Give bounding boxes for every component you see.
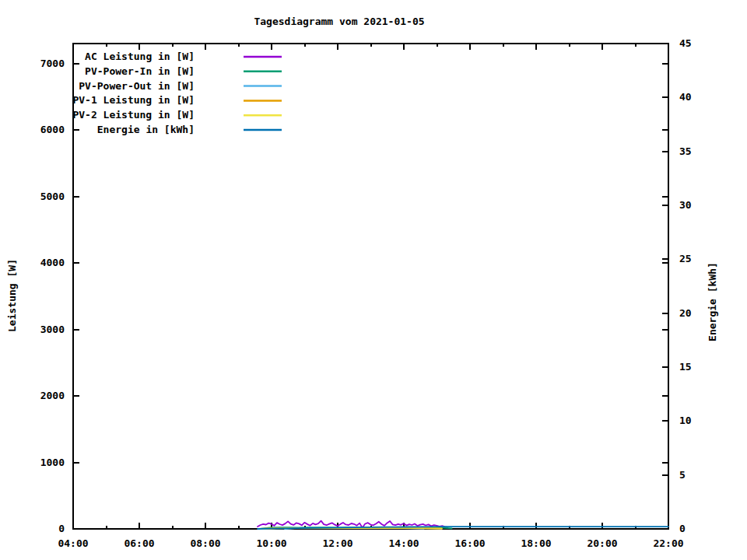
y-right-tick-label: 10 — [679, 415, 692, 426]
chart: Tagesdiagramm vom 2021-01-05 Leistung [W… — [0, 0, 747, 560]
x-tick-label: 10:00 — [256, 537, 286, 549]
y-right-tick-label: 5 — [679, 469, 686, 481]
y-left-tick-label: 3000 — [40, 324, 65, 335]
y-left-tick-label: 2000 — [40, 390, 65, 401]
x-tick-label: 08:00 — [190, 537, 220, 549]
y-right-tick-label: 15 — [679, 361, 692, 373]
plot-canvas: 04:0006:0008:0010:0012:0014:0016:0018:00… — [0, 0, 747, 560]
x-tick-label: 16:00 — [454, 537, 485, 549]
x-tick-label: 14:00 — [388, 537, 419, 549]
y-left-tick-label: 6000 — [40, 124, 65, 135]
legend-item-label: PV-2 Leistung in [W] — [72, 109, 195, 121]
legend-item-label: PV-Power-Out in [W] — [79, 80, 195, 92]
y-right-tick-label: 0 — [679, 523, 686, 534]
y-right-tick-label: 40 — [679, 91, 692, 103]
y-right-tick-label: 20 — [679, 307, 692, 319]
x-tick-label: 20:00 — [587, 537, 617, 549]
x-tick-label: 18:00 — [521, 537, 551, 549]
legend-item-label: PV-1 Leistung in [W] — [72, 94, 195, 106]
y-left-tick-label: 1000 — [40, 457, 65, 468]
y-right-tick-label: 45 — [679, 37, 692, 49]
y-right-tick-label: 30 — [679, 199, 692, 211]
y-left-tick-label: 7000 — [40, 58, 65, 69]
y-left-tick-label: 0 — [58, 523, 65, 534]
y-right-tick-label: 25 — [679, 253, 692, 264]
x-tick-label: 04:00 — [58, 537, 88, 549]
legend-item-label: PV-Power-In in [W] — [85, 65, 195, 77]
x-tick-label: 06:00 — [124, 537, 154, 549]
legend-item-label: AC Leistung in [W] — [85, 51, 195, 62]
y-right-tick-label: 35 — [679, 145, 692, 157]
x-tick-label: 22:00 — [653, 537, 683, 549]
x-tick-label: 12:00 — [322, 537, 352, 549]
y-left-tick-label: 4000 — [40, 257, 65, 268]
legend-item-label: Energie in [kWh] — [97, 124, 195, 135]
y-left-tick-label: 5000 — [40, 191, 65, 202]
